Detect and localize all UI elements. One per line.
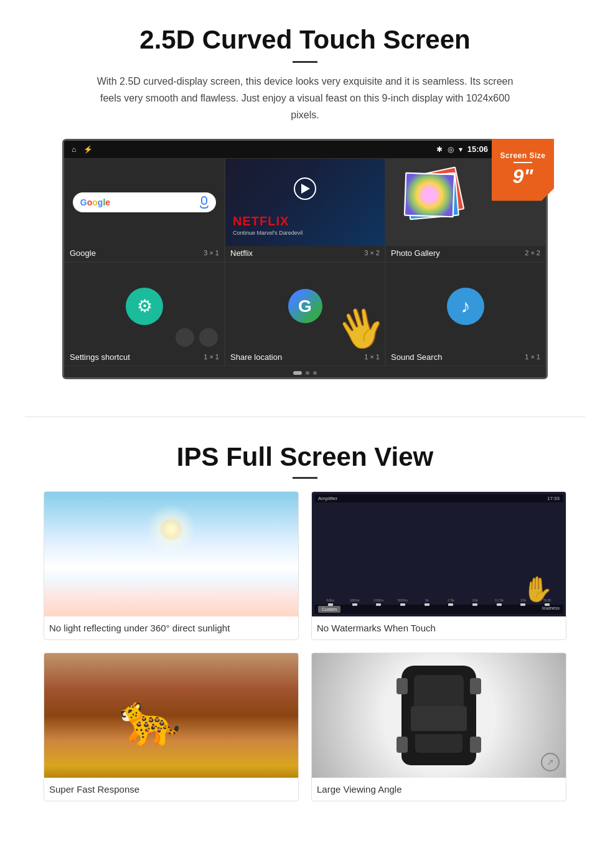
device-frame: ⌂ ⚡ ✱ ◎ ▾ 15:06 ▣ ◁) ⊠ ⬜ bbox=[62, 139, 548, 379]
ghost-icon-1 bbox=[176, 328, 194, 347]
dot-3 bbox=[313, 371, 317, 375]
badge-title: Screen Size bbox=[500, 151, 546, 160]
app-label-share: Share location bbox=[230, 352, 282, 362]
netflix-bg: NETFLIX Continue Marvel's Daredevil bbox=[225, 159, 385, 246]
netflix-subtitle: Continue Marvel's Daredevil bbox=[233, 230, 303, 236]
caption-sunlight: No light reflecting under 360° direct su… bbox=[44, 616, 298, 639]
car-windshield bbox=[414, 675, 464, 706]
app-label-row-settings: Settings shortcut 1 × 1 bbox=[65, 350, 224, 366]
app-label-row-share: Share location 1 × 1 bbox=[225, 350, 385, 366]
amp-bar-2: 100hz bbox=[344, 598, 366, 603]
app-label-sound: Sound Search bbox=[391, 352, 442, 362]
sound-search-bg: ♪ bbox=[386, 263, 545, 350]
ips-card-car: ↗ Large Viewing Angle bbox=[311, 653, 566, 801]
car-top-view bbox=[401, 666, 476, 765]
maps-icon: G bbox=[288, 289, 322, 323]
google-mic bbox=[200, 196, 209, 209]
amp-hand-icon: ✋ bbox=[522, 575, 553, 604]
app-cell-sound-search[interactable]: ♪ Sound Search 1 × 1 bbox=[385, 262, 546, 366]
lens-flare bbox=[159, 517, 184, 542]
app-label-settings: Settings shortcut bbox=[70, 352, 130, 362]
photo-cheetah: 🐆 bbox=[44, 653, 298, 778]
view-angle-indicator: ↗ bbox=[541, 753, 560, 771]
sound-icon-circle: ♪ bbox=[447, 288, 484, 325]
play-triangle bbox=[301, 184, 310, 194]
ghost-icon-2 bbox=[199, 328, 218, 347]
photo-sky bbox=[44, 492, 298, 616]
app-label-row-netflix: Netflix 3 × 2 bbox=[225, 246, 385, 262]
app-cell-google[interactable]: Google Google 3 × 1 bbox=[64, 158, 225, 262]
amp-time: 17:33 bbox=[547, 496, 560, 501]
amp-bar-4: 500hz bbox=[392, 598, 414, 603]
bluetooth-icon: ✱ bbox=[436, 145, 443, 154]
pagination-dots bbox=[64, 366, 546, 377]
caption-watermarks: No Watermarks When Touch bbox=[312, 616, 566, 639]
netflix-play-button bbox=[294, 177, 316, 200]
google-search-bar: Google bbox=[73, 192, 216, 212]
app-label-row-google: Google 3 × 1 bbox=[65, 246, 224, 262]
status-bar-left: ⌂ ⚡ bbox=[72, 145, 93, 154]
app-label-row-sound: Sound Search 1 × 1 bbox=[386, 350, 545, 366]
app-size-share: 1 × 1 bbox=[364, 353, 380, 361]
music-note-icon: ♪ bbox=[461, 296, 471, 317]
hand-pointing-icon: 🖐 bbox=[332, 299, 385, 350]
amp-custom-button: Custom bbox=[318, 606, 340, 613]
gallery-stack bbox=[398, 168, 467, 230]
home-icon: ⌂ bbox=[72, 145, 76, 154]
ips-card-amplifier: Amplifier 17:33 60hz 100hz 200hz bbox=[311, 491, 566, 640]
photo-amplifier: Amplifier 17:33 60hz 100hz 200hz bbox=[312, 492, 566, 616]
title-divider bbox=[293, 61, 317, 63]
netflix-logo: NETFLIX bbox=[233, 214, 289, 229]
ips-grid: No light reflecting under 360° direct su… bbox=[25, 491, 585, 801]
app-size-gallery: 2 × 2 bbox=[525, 249, 540, 257]
app-size-sound: 1 × 1 bbox=[525, 353, 540, 361]
section-ips: IPS Full Screen View No light reflecting… bbox=[0, 417, 610, 820]
caption-viewing-angle: Large Viewing Angle bbox=[312, 778, 566, 801]
car-wheel-front-right bbox=[470, 678, 481, 694]
car-roof bbox=[411, 706, 467, 731]
location-icon: ◎ bbox=[448, 145, 454, 154]
amp-bar-6: 2.5k bbox=[440, 598, 462, 603]
ips-card-cheetah: 🐆 Super Fast Response bbox=[44, 653, 299, 801]
car-wheel-rear-right bbox=[470, 737, 481, 753]
app-cell-settings[interactable]: ⚙ Settings shortcut 1 × 1 bbox=[64, 262, 225, 366]
amp-bar-3: 200hz bbox=[367, 598, 390, 603]
badge-divider bbox=[514, 162, 532, 163]
app-cell-netflix[interactable]: NETFLIX Continue Marvel's Daredevil Netf… bbox=[225, 158, 385, 262]
flower-image bbox=[405, 173, 454, 216]
app-grid: Google Google 3 × 1 bbox=[64, 158, 546, 366]
section-curved-screen: 2.5D Curved Touch Screen With 2.5D curve… bbox=[0, 0, 610, 392]
screen-size-badge: Screen Size 9" bbox=[492, 139, 554, 201]
settings-bg: ⚙ bbox=[65, 263, 224, 350]
amp-loudness-label: loudness bbox=[542, 606, 560, 613]
car-rear-window bbox=[415, 734, 462, 753]
google-logo: Google bbox=[80, 197, 110, 207]
usb-icon: ⚡ bbox=[83, 145, 93, 154]
amp-bottom-bar: Custom loudness bbox=[314, 605, 563, 614]
caption-fast-response: Super Fast Response bbox=[44, 778, 298, 801]
car-wheel-front-left bbox=[396, 678, 408, 694]
section1-description: With 2.5D curved-display screen, this de… bbox=[93, 73, 517, 124]
wifi-icon: ▾ bbox=[459, 145, 462, 154]
device-wrapper: Screen Size 9" ⌂ ⚡ ✱ ◎ ▾ 15:06 ▣ ◁) ⊠ bbox=[62, 139, 548, 379]
ghost-icons bbox=[176, 328, 218, 347]
gear-icon: ⚙ bbox=[137, 296, 152, 316]
app-size-netflix: 3 × 2 bbox=[364, 249, 380, 257]
gallery-card-3 bbox=[404, 172, 455, 217]
amp-bar-1: 60hz bbox=[319, 598, 342, 603]
section2-title: IPS Full Screen View bbox=[25, 442, 585, 472]
status-bar: ⌂ ⚡ ✱ ◎ ▾ 15:06 ▣ ◁) ⊠ ⬜ bbox=[64, 141, 546, 158]
amp-title: Amplifier bbox=[318, 496, 337, 501]
title-divider-2 bbox=[293, 477, 317, 479]
app-label-google: Google bbox=[70, 248, 96, 258]
settings-icon-circle: ⚙ bbox=[126, 288, 163, 325]
app-size-google: 3 × 1 bbox=[204, 249, 219, 257]
app-label-netflix: Netflix bbox=[230, 248, 253, 258]
amp-bar-5: 1k bbox=[416, 598, 438, 603]
app-cell-share-location[interactable]: G 🖐 Share location 1 × 1 bbox=[225, 262, 385, 366]
app-label-row-gallery: Photo Gallery 2 × 2 bbox=[386, 246, 545, 262]
photo-car: ↗ bbox=[312, 653, 566, 778]
status-time: 15:06 bbox=[467, 144, 488, 154]
app-size-settings: 1 × 1 bbox=[204, 353, 219, 361]
section1-title: 2.5D Curved Touch Screen bbox=[37, 25, 573, 55]
